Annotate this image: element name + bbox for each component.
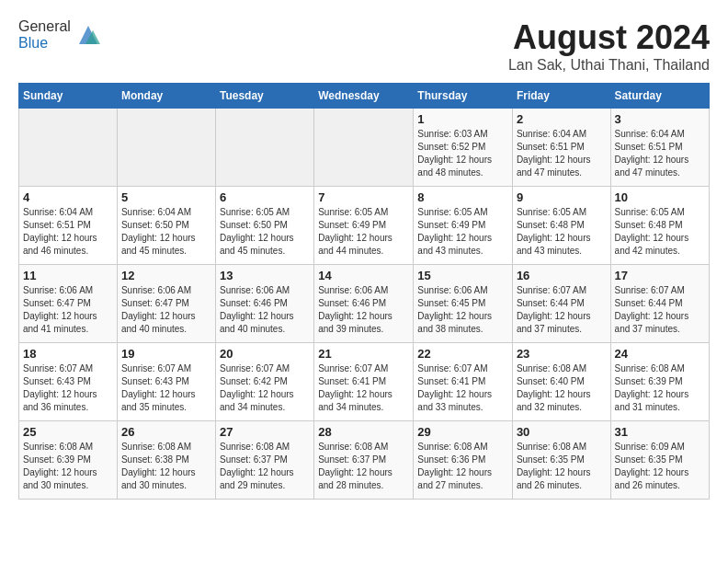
day-info: Sunrise: 6:05 AM Sunset: 6:48 PM Dayligh… [517, 206, 607, 258]
page-header: General Blue August 2024 Lan Sak, Uthai … [18, 18, 710, 74]
calendar-cell: 10 Sunrise: 6:05 AM Sunset: 6:48 PM Dayl… [610, 187, 709, 265]
day-info: Sunrise: 6:06 AM Sunset: 6:47 PM Dayligh… [23, 284, 113, 336]
day-number: 18 [23, 347, 113, 361]
day-info: Sunrise: 6:08 AM Sunset: 6:37 PM Dayligh… [318, 441, 409, 492]
calendar-cell: 29 Sunrise: 6:08 AM Sunset: 6:36 PM Dayl… [414, 421, 513, 500]
calendar-cell: 27 Sunrise: 6:08 AM Sunset: 6:37 PM Dayl… [216, 421, 314, 500]
day-number: 23 [517, 347, 607, 361]
calendar-cell: 24 Sunrise: 6:08 AM Sunset: 6:39 PM Dayl… [610, 343, 709, 421]
day-number: 19 [121, 347, 211, 361]
day-info: Sunrise: 6:08 AM Sunset: 6:40 PM Dayligh… [517, 362, 607, 414]
day-number: 14 [318, 269, 409, 282]
day-info: Sunrise: 6:06 AM Sunset: 6:47 PM Dayligh… [121, 284, 211, 336]
weekday-header-tuesday: Tuesday [216, 84, 314, 109]
calendar-week-row: 18 Sunrise: 6:07 AM Sunset: 6:43 PM Dayl… [19, 343, 710, 421]
day-info: Sunrise: 6:08 AM Sunset: 6:37 PM Dayligh… [220, 441, 310, 492]
weekday-header-sunday: Sunday [19, 84, 118, 109]
day-info: Sunrise: 6:04 AM Sunset: 6:51 PM Dayligh… [517, 128, 607, 179]
day-number: 4 [23, 190, 113, 204]
day-info: Sunrise: 6:05 AM Sunset: 6:49 PM Dayligh… [417, 206, 508, 258]
day-info: Sunrise: 6:07 AM Sunset: 6:41 PM Dayligh… [318, 362, 409, 414]
weekday-header-friday: Friday [512, 84, 610, 109]
calendar-week-row: 11 Sunrise: 6:06 AM Sunset: 6:47 PM Dayl… [19, 265, 710, 343]
day-info: Sunrise: 6:06 AM Sunset: 6:45 PM Dayligh… [417, 284, 508, 336]
day-info: Sunrise: 6:07 AM Sunset: 6:42 PM Dayligh… [220, 362, 310, 414]
calendar-cell: 15 Sunrise: 6:06 AM Sunset: 6:45 PM Dayl… [414, 265, 513, 343]
calendar-cell: 12 Sunrise: 6:06 AM Sunset: 6:47 PM Dayl… [117, 265, 215, 343]
month-year-title: August 2024 [508, 18, 710, 57]
day-number: 27 [220, 425, 310, 439]
logo: General Blue [18, 18, 102, 52]
day-info: Sunrise: 6:05 AM Sunset: 6:48 PM Dayligh… [615, 206, 705, 258]
day-number: 26 [121, 425, 211, 439]
day-info: Sunrise: 6:08 AM Sunset: 6:39 PM Dayligh… [615, 362, 705, 414]
day-number: 31 [615, 425, 705, 439]
day-number: 10 [615, 190, 705, 204]
calendar-cell: 16 Sunrise: 6:07 AM Sunset: 6:44 PM Dayl… [512, 265, 610, 343]
calendar-header-row: SundayMondayTuesdayWednesdayThursdayFrid… [19, 84, 710, 109]
day-info: Sunrise: 6:06 AM Sunset: 6:46 PM Dayligh… [318, 284, 409, 336]
calendar-cell: 3 Sunrise: 6:04 AM Sunset: 6:51 PM Dayli… [610, 109, 709, 187]
day-info: Sunrise: 6:05 AM Sunset: 6:50 PM Dayligh… [220, 206, 310, 258]
day-number: 2 [517, 112, 607, 126]
day-number: 28 [318, 425, 409, 439]
weekday-header-saturday: Saturday [610, 84, 709, 109]
day-info: Sunrise: 6:07 AM Sunset: 6:44 PM Dayligh… [615, 284, 705, 336]
calendar-cell [216, 109, 314, 187]
weekday-header-thursday: Thursday [414, 84, 513, 109]
calendar-cell: 30 Sunrise: 6:08 AM Sunset: 6:35 PM Dayl… [512, 421, 610, 500]
day-info: Sunrise: 6:05 AM Sunset: 6:49 PM Dayligh… [318, 206, 409, 258]
calendar-cell: 13 Sunrise: 6:06 AM Sunset: 6:46 PM Dayl… [216, 265, 314, 343]
calendar-cell: 14 Sunrise: 6:06 AM Sunset: 6:46 PM Dayl… [314, 265, 414, 343]
calendar-cell: 28 Sunrise: 6:08 AM Sunset: 6:37 PM Dayl… [314, 421, 414, 500]
day-number: 9 [517, 190, 607, 204]
day-number: 7 [318, 190, 409, 204]
day-number: 5 [121, 190, 211, 204]
calendar-week-row: 1 Sunrise: 6:03 AM Sunset: 6:52 PM Dayli… [19, 109, 710, 187]
calendar-cell: 4 Sunrise: 6:04 AM Sunset: 6:51 PM Dayli… [19, 187, 118, 265]
calendar-cell: 31 Sunrise: 6:09 AM Sunset: 6:35 PM Dayl… [610, 421, 709, 500]
calendar-cell: 26 Sunrise: 6:08 AM Sunset: 6:38 PM Dayl… [117, 421, 215, 500]
calendar-week-row: 4 Sunrise: 6:04 AM Sunset: 6:51 PM Dayli… [19, 187, 710, 265]
logo-blue: Blue [18, 35, 71, 52]
day-info: Sunrise: 6:07 AM Sunset: 6:41 PM Dayligh… [417, 362, 508, 414]
day-info: Sunrise: 6:08 AM Sunset: 6:36 PM Dayligh… [417, 441, 508, 492]
day-info: Sunrise: 6:07 AM Sunset: 6:43 PM Dayligh… [23, 362, 113, 414]
calendar-table: SundayMondayTuesdayWednesdayThursdayFrid… [18, 83, 710, 500]
day-info: Sunrise: 6:04 AM Sunset: 6:50 PM Dayligh… [121, 206, 211, 258]
day-info: Sunrise: 6:09 AM Sunset: 6:35 PM Dayligh… [615, 441, 705, 492]
calendar-cell [117, 109, 215, 187]
day-number: 30 [517, 425, 607, 439]
calendar-cell: 1 Sunrise: 6:03 AM Sunset: 6:52 PM Dayli… [414, 109, 513, 187]
calendar-cell: 18 Sunrise: 6:07 AM Sunset: 6:43 PM Dayl… [19, 343, 118, 421]
calendar-cell: 17 Sunrise: 6:07 AM Sunset: 6:44 PM Dayl… [610, 265, 709, 343]
logo-icon [74, 21, 102, 49]
calendar-cell: 22 Sunrise: 6:07 AM Sunset: 6:41 PM Dayl… [414, 343, 513, 421]
calendar-cell: 2 Sunrise: 6:04 AM Sunset: 6:51 PM Dayli… [512, 109, 610, 187]
day-number: 13 [220, 269, 310, 282]
day-number: 29 [417, 425, 508, 439]
day-info: Sunrise: 6:06 AM Sunset: 6:46 PM Dayligh… [220, 284, 310, 336]
day-info: Sunrise: 6:08 AM Sunset: 6:35 PM Dayligh… [517, 441, 607, 492]
location-subtitle: Lan Sak, Uthai Thani, Thailand [508, 57, 710, 74]
calendar-cell: 19 Sunrise: 6:07 AM Sunset: 6:43 PM Dayl… [117, 343, 215, 421]
day-number: 12 [121, 269, 211, 282]
weekday-header-monday: Monday [117, 84, 215, 109]
day-number: 20 [220, 347, 310, 361]
day-number: 22 [417, 347, 508, 361]
day-number: 3 [615, 112, 705, 126]
calendar-cell [19, 109, 118, 187]
day-info: Sunrise: 6:08 AM Sunset: 6:39 PM Dayligh… [23, 441, 113, 492]
day-number: 8 [417, 190, 508, 204]
calendar-cell: 7 Sunrise: 6:05 AM Sunset: 6:49 PM Dayli… [314, 187, 414, 265]
day-info: Sunrise: 6:08 AM Sunset: 6:38 PM Dayligh… [121, 441, 211, 492]
calendar-cell: 20 Sunrise: 6:07 AM Sunset: 6:42 PM Dayl… [216, 343, 314, 421]
calendar-cell: 21 Sunrise: 6:07 AM Sunset: 6:41 PM Dayl… [314, 343, 414, 421]
calendar-cell: 11 Sunrise: 6:06 AM Sunset: 6:47 PM Dayl… [19, 265, 118, 343]
day-number: 21 [318, 347, 409, 361]
day-number: 17 [615, 269, 705, 282]
calendar-week-row: 25 Sunrise: 6:08 AM Sunset: 6:39 PM Dayl… [19, 421, 710, 500]
day-number: 11 [23, 269, 113, 282]
calendar-cell: 6 Sunrise: 6:05 AM Sunset: 6:50 PM Dayli… [216, 187, 314, 265]
day-number: 24 [615, 347, 705, 361]
